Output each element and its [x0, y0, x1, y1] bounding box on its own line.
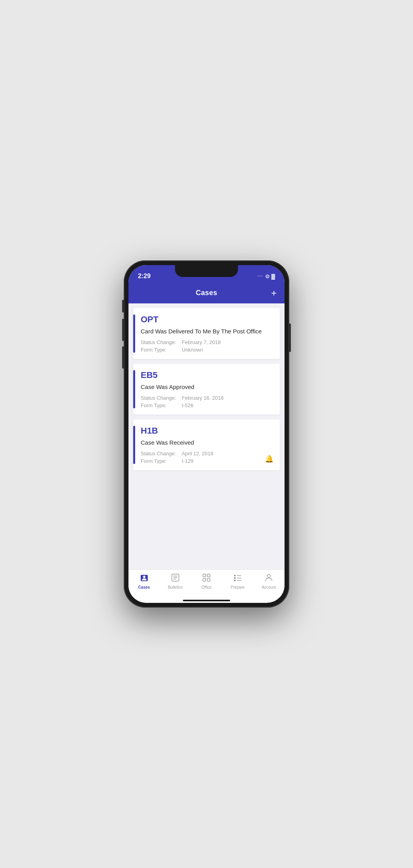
- case-card-h1b[interactable]: H1B Case Was Received Status Change: Apr…: [133, 419, 280, 470]
- tab-bulletins[interactable]: Bulletins: [164, 573, 187, 589]
- tab-cases-label: Cases: [138, 585, 150, 589]
- battery-icon: ▓: [272, 273, 275, 279]
- form-type-value: Unknown: [182, 347, 203, 353]
- form-type-label: Form Type:: [141, 458, 180, 464]
- tab-bulletins-label: Bulletins: [168, 585, 183, 589]
- signal-icon: ····: [258, 274, 263, 278]
- card-accent: [133, 426, 135, 464]
- notch: [175, 265, 238, 277]
- case-description: Case Was Approved: [141, 383, 273, 391]
- tab-cases[interactable]: Cases: [132, 573, 156, 589]
- status-change-label: Status Change:: [141, 451, 180, 456]
- header: Cases +: [128, 285, 285, 303]
- meta-row-status: Status Change: February 7, 2018: [141, 339, 273, 345]
- status-change-label: Status Change:: [141, 339, 180, 345]
- status-change-value: February 7, 2018: [182, 339, 221, 345]
- case-description: Card Was Delivered To Me By The Post Off…: [141, 327, 273, 335]
- phone-screen: 2:29 ···· ⊙ ▓ Cases + OPT Card Was Deliv…: [128, 265, 285, 603]
- status-change-label: Status Change:: [141, 395, 180, 401]
- svg-rect-16: [234, 580, 236, 581]
- tab-account-label: Account: [262, 585, 276, 589]
- form-type-value: I-129: [182, 458, 193, 464]
- meta-row-status: Status Change: April 12, 2018: [141, 451, 265, 456]
- meta-row-status: Status Change: February 16, 2018: [141, 395, 273, 401]
- power-button: [289, 324, 291, 352]
- case-type: H1B: [141, 426, 265, 436]
- prepare-icon: [233, 573, 242, 584]
- case-card-opt[interactable]: OPT Card Was Delivered To Me By The Post…: [133, 308, 280, 359]
- svg-rect-12: [234, 575, 236, 576]
- svg-point-1: [143, 576, 145, 578]
- card-accent: [133, 314, 135, 353]
- card-accent: [133, 370, 135, 408]
- form-type-label: Form Type:: [141, 402, 180, 408]
- case-type: EB5: [141, 370, 273, 380]
- tab-prepare-label: Prepare: [231, 585, 245, 589]
- phone-frame: 2:29 ···· ⊙ ▓ Cases + OPT Card Was Deliv…: [124, 260, 289, 608]
- cases-icon: [140, 573, 149, 584]
- bell-icon[interactable]: 🔔: [265, 455, 273, 463]
- svg-point-18: [267, 574, 270, 578]
- tab-prepare[interactable]: Prepare: [226, 573, 249, 589]
- volume-down-button: [122, 346, 124, 369]
- tab-office[interactable]: Office: [195, 573, 218, 589]
- form-type-label: Form Type:: [141, 347, 180, 353]
- svg-rect-14: [234, 577, 236, 579]
- meta-row-form: Form Type: I-129: [141, 458, 265, 464]
- card-right: 🔔: [265, 426, 273, 464]
- case-description: Case Was Received: [141, 438, 265, 447]
- card-body: OPT Card Was Delivered To Me By The Post…: [141, 314, 273, 353]
- cases-list: OPT Card Was Delivered To Me By The Post…: [128, 303, 285, 569]
- volume-up-button: [122, 319, 124, 341]
- status-change-value: April 12, 2018: [182, 451, 213, 456]
- card-body: EB5 Case Was Approved Status Change: Feb…: [141, 370, 273, 408]
- mute-button: [122, 300, 124, 312]
- case-meta: Status Change: February 16, 2018 Form Ty…: [141, 395, 273, 408]
- bulletins-icon: [171, 573, 180, 584]
- svg-rect-8: [203, 574, 206, 577]
- wifi-icon: ⊙: [265, 273, 270, 279]
- case-meta: Status Change: February 7, 2018 Form Typ…: [141, 339, 273, 353]
- svg-rect-11: [207, 578, 210, 581]
- case-card-eb5[interactable]: EB5 Case Was Approved Status Change: Feb…: [133, 364, 280, 415]
- page-title: Cases: [196, 289, 218, 297]
- home-indicator: [183, 600, 230, 601]
- meta-row-form: Form Type: I-526: [141, 402, 273, 408]
- status-change-value: February 16, 2018: [182, 395, 223, 401]
- meta-row-form: Form Type: Unknown: [141, 347, 273, 353]
- tab-bar: Cases Bulletins: [128, 569, 285, 597]
- tab-office-label: Office: [201, 585, 212, 589]
- card-body: H1B Case Was Received Status Change: Apr…: [141, 426, 265, 464]
- account-icon: [264, 573, 273, 584]
- form-type-value: I-526: [182, 402, 193, 408]
- status-time: 2:29: [138, 273, 151, 280]
- case-meta: Status Change: April 12, 2018 Form Type:…: [141, 451, 265, 464]
- office-icon: [202, 573, 211, 584]
- status-icons: ···· ⊙ ▓: [258, 273, 275, 279]
- svg-rect-10: [203, 578, 206, 581]
- add-case-button[interactable]: +: [271, 288, 277, 298]
- tab-account[interactable]: Account: [257, 573, 281, 589]
- case-type: OPT: [141, 314, 273, 325]
- svg-rect-9: [207, 574, 210, 577]
